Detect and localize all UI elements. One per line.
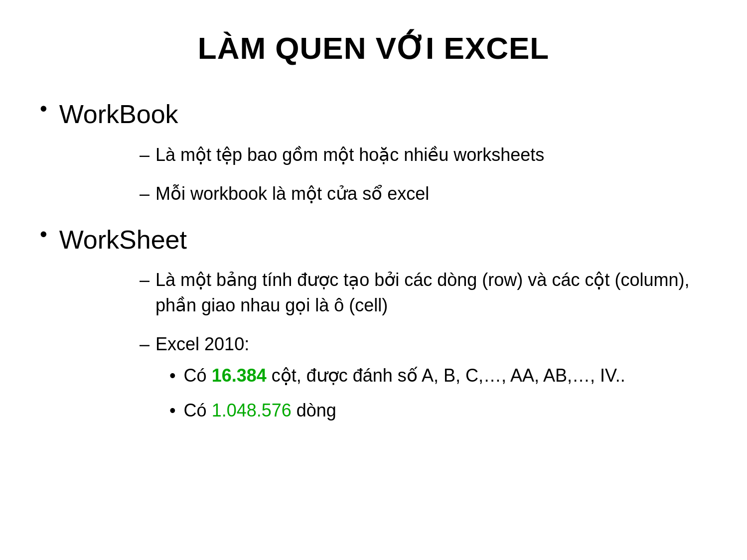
- worksheet-subitem-2-text: Excel 2010:: [155, 332, 249, 357]
- col-text-before: Có: [184, 365, 212, 386]
- dash-4: –: [140, 332, 149, 357]
- worksheet-subitems: – Là một bảng tính được tạo bởi các dòng…: [140, 268, 707, 433]
- workbook-subitems: – Là một tệp bao gồm một hoặc nhiều work…: [140, 142, 707, 207]
- page-title: LÀM QUEN VỚI EXCEL: [40, 30, 707, 66]
- worksheet-subitem-1: – Là một bảng tính được tạo bởi các dòng…: [140, 268, 707, 318]
- worksheet-subsubitem-2: • Có 1.048.576 dòng: [169, 398, 625, 423]
- col-count: 16.384: [212, 365, 267, 386]
- workbook-subitem-2-text: Mỗi workbook là một cửa sổ excel: [155, 181, 429, 206]
- worksheet-subsubitem-1: • Có 16.384 cột, được đánh số A, B, C,…,…: [169, 363, 625, 388]
- worksheet-section: • WorkSheet – Là một bảng tính được tạo …: [40, 222, 707, 433]
- workbook-label: WorkBook: [59, 96, 178, 133]
- worksheet-subitem-1-text: Là một bảng tính được tạo bởi các dòng (…: [155, 268, 707, 318]
- row-text-after: dòng: [292, 400, 336, 420]
- worksheet-subsubitem-1-text: Có 16.384 cột, được đánh số A, B, C,…, A…: [184, 363, 625, 388]
- worksheet-label: WorkSheet: [59, 222, 187, 258]
- worksheet-subsubitems: • Có 16.384 cột, được đánh số A, B, C,…,…: [169, 363, 625, 433]
- workbook-subitem-2: – Mỗi workbook là một cửa sổ excel: [140, 181, 707, 206]
- workbook-subitem-1-text: Là một tệp bao gồm một hoặc nhiều worksh…: [155, 142, 544, 167]
- col-text-after: cột, được đánh số A, B, C,…, AA, AB,…, I…: [267, 365, 625, 386]
- workbook-subitem-1: – Là một tệp bao gồm một hoặc nhiều work…: [140, 142, 707, 167]
- small-bullet-2: •: [169, 398, 176, 423]
- row-text-before: Có: [184, 400, 212, 420]
- dash-2: –: [140, 181, 149, 206]
- dash-1: –: [140, 142, 149, 167]
- small-bullet-1: •: [169, 363, 176, 388]
- workbook-bullet: • WorkBook: [40, 96, 707, 133]
- workbook-section: • WorkBook – Là một tệp bao gồm một hoặc…: [40, 96, 707, 207]
- dash-3: –: [140, 268, 149, 292]
- bullet-dot-workbook: •: [40, 94, 47, 124]
- bullet-dot-worksheet: •: [40, 220, 47, 249]
- worksheet-subitem-2: – Excel 2010: • Có 16.384 cột, được đánh…: [140, 332, 707, 433]
- worksheet-subsubitem-2-text: Có 1.048.576 dòng: [184, 398, 336, 423]
- worksheet-bullet: • WorkSheet: [40, 222, 707, 258]
- main-content: • WorkBook – Là một tệp bao gồm một hoặc…: [40, 96, 707, 433]
- row-count: 1.048.576: [212, 400, 292, 420]
